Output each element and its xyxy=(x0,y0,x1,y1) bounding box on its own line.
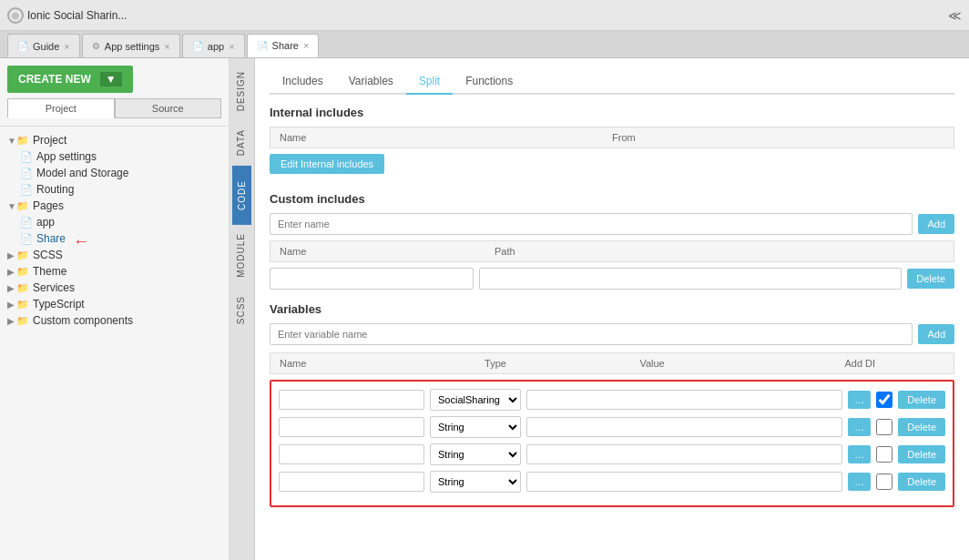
tab-share-close[interactable]: × xyxy=(303,40,309,51)
var-name-input-1[interactable]: socialSharing xyxy=(279,390,424,410)
folder-icon: 📁 xyxy=(16,266,29,278)
file-tree: ▼ 📁 Project 📄 App settings 📄 Model and S… xyxy=(0,127,229,334)
dropdown-arrow-icon: ▼ xyxy=(100,72,122,87)
main-layout: CREATE NEW ▼ Project Source ▼ 📁 Project … xyxy=(0,58,969,560)
var-row-texttoshare: textToShare String SocialSharing Number … xyxy=(279,471,945,493)
tree-item-model-storage[interactable]: 📄 Model and Storage xyxy=(0,165,229,181)
var-ellipsis-button-2[interactable]: … xyxy=(848,418,871,436)
var-row-imagetoshare: imageToShare String SocialSharing Number… xyxy=(279,443,945,465)
tree-item-theme[interactable]: ▶ 📁 Theme xyxy=(0,263,229,280)
var-adddi-checkbox-2[interactable] xyxy=(876,419,892,435)
tree-item-app-page[interactable]: 📄 app xyxy=(0,214,229,230)
var-row-socialsharing: socialSharing SocialSharing String Numbe… xyxy=(279,389,945,411)
module-name-input[interactable]: { SocialSharing } xyxy=(270,268,474,290)
var-adddi-checkbox-1[interactable] xyxy=(876,392,892,408)
inner-tab-includes[interactable]: Includes xyxy=(270,69,336,95)
variable-name-input[interactable] xyxy=(270,323,913,345)
module-delete-button[interactable]: Delete xyxy=(907,269,954,289)
var-name-input-4[interactable]: textToShare xyxy=(279,472,424,492)
var-type-select-2[interactable]: String SocialSharing Number Boolean any xyxy=(430,416,521,438)
tree-item-scss[interactable]: ▶ 📁 SCSS xyxy=(0,247,229,263)
var-ellipsis-button-4[interactable]: … xyxy=(848,473,871,491)
vert-tab-data[interactable]: DATA xyxy=(231,120,253,165)
edit-internal-includes-button[interactable]: Edit Internal includes xyxy=(270,154,384,174)
var-name-input-2[interactable]: urlToShare xyxy=(279,417,424,437)
inner-tab-split[interactable]: Split xyxy=(406,69,453,95)
var-delete-button-3[interactable]: Delete xyxy=(898,445,945,463)
tab-share[interactable]: 📄 Share × xyxy=(247,34,320,57)
var-delete-button-2[interactable]: Delete xyxy=(898,418,945,436)
tree-item-routing[interactable]: 📄 Routing xyxy=(0,181,229,198)
chevron-right-icon: ▶ xyxy=(7,300,16,310)
create-new-button[interactable]: CREATE NEW ▼ xyxy=(7,66,133,93)
var-adddi-checkbox-3[interactable] xyxy=(876,446,892,463)
tree-item-app-settings[interactable]: 📄 App settings xyxy=(0,148,229,165)
tree-item-project[interactable]: ▼ 📁 Project xyxy=(0,132,229,148)
internal-includes-title: Internal includes xyxy=(270,106,954,119)
appsettings-tab-icon: ⚙ xyxy=(92,41,100,51)
tab-app-close[interactable]: × xyxy=(229,41,234,52)
app-title: Ionic Social Sharin... xyxy=(27,9,944,22)
tab-app[interactable]: 📄 app × xyxy=(182,34,245,57)
inner-tabs: Includes Variables Split Functions xyxy=(270,69,954,95)
custom-includes-table-header: Name Path xyxy=(270,240,954,262)
custom-includes-add-row: Add xyxy=(270,213,954,235)
var-delete-button-4[interactable]: Delete xyxy=(898,473,945,491)
var-adddi-checkbox-4[interactable] xyxy=(876,473,892,490)
vert-tab-module[interactable]: MODULE xyxy=(231,224,253,287)
tab-appsettings-close[interactable]: × xyxy=(164,41,169,52)
variables-table: socialSharing SocialSharing String Numbe… xyxy=(270,380,954,507)
folder-icon: 📁 xyxy=(16,249,29,261)
chevron-right-icon: ▶ xyxy=(7,250,16,260)
variables-add-button[interactable]: Add xyxy=(918,324,954,344)
var-ellipsis-button-1[interactable]: … xyxy=(848,391,871,409)
tab-app-settings[interactable]: ⚙ App settings × xyxy=(82,34,180,57)
tree-item-custom-components[interactable]: ▶ 📁 Custom components xyxy=(0,312,229,329)
variables-table-header: Name Type Value Add DI xyxy=(270,352,954,374)
chevron-down-icon: ▼ xyxy=(7,201,16,211)
tabs-bar: 📄 Guide × ⚙ App settings × 📄 app × 📄 Sha… xyxy=(0,31,969,58)
custom-includes-add-button[interactable]: Add xyxy=(918,214,954,234)
sidebar-top: CREATE NEW ▼ Project Source xyxy=(0,58,229,127)
variables-title: Variables xyxy=(270,302,954,316)
var-ellipsis-button-3[interactable]: … xyxy=(848,445,871,463)
collapse-button[interactable]: ≪ xyxy=(948,8,962,23)
var-value-input-4[interactable]: 'Hello Appery! (optional messa xyxy=(526,472,842,492)
page-icon: 📄 xyxy=(20,217,33,229)
page-icon: 📄 xyxy=(20,233,33,245)
source-tab-button[interactable]: Source xyxy=(115,98,222,118)
variables-add-row: Add xyxy=(270,323,954,345)
var-type-select-1[interactable]: SocialSharing String Number Boolean any xyxy=(430,389,521,411)
tree-item-share-page[interactable]: 📄 Share ← xyxy=(0,230,229,247)
tree-item-typescript[interactable]: ▶ 📁 TypeScript xyxy=(0,296,229,312)
folder-icon: 📁 xyxy=(16,200,29,212)
chevron-right-icon: ▶ xyxy=(7,267,16,277)
inner-tab-variables[interactable]: Variables xyxy=(336,69,406,95)
tree-item-pages[interactable]: ▼ 📁 Pages xyxy=(0,198,229,214)
inner-tab-functions[interactable]: Functions xyxy=(453,69,525,95)
internal-includes-header: Name From xyxy=(270,127,954,148)
var-delete-button-1[interactable]: Delete xyxy=(898,391,945,409)
tab-guide[interactable]: 📄 Guide × xyxy=(7,34,80,57)
file-icon: 📄 xyxy=(20,168,33,179)
vert-tab-design[interactable]: DESIGN xyxy=(231,62,253,120)
tree-item-services[interactable]: ▶ 📁 Services xyxy=(0,280,229,296)
var-type-select-3[interactable]: String SocialSharing Number Boolean any xyxy=(430,443,521,465)
top-bar: ◎ Ionic Social Sharin... ≪ xyxy=(0,0,969,31)
var-name-input-3[interactable]: imageToShare xyxy=(279,444,424,464)
vert-tab-code[interactable]: CODE xyxy=(232,166,251,225)
app-tab-icon: 📄 xyxy=(192,41,203,51)
app-icon: ◎ xyxy=(7,7,24,24)
custom-include-name-input[interactable] xyxy=(270,213,913,235)
sidebar: CREATE NEW ▼ Project Source ▼ 📁 Project … xyxy=(0,58,230,560)
module-path-input[interactable]: @ionic-native/social-sharing/ngx xyxy=(479,268,902,290)
var-value-input-1[interactable] xyxy=(526,390,842,410)
project-tab-button[interactable]: Project xyxy=(7,98,115,118)
var-type-select-4[interactable]: String SocialSharing Number Boolean any xyxy=(430,471,521,493)
folder-icon: 📁 xyxy=(16,315,29,327)
vert-tab-scss[interactable]: SCSS xyxy=(231,287,253,333)
var-value-input-3[interactable]: 'https://appery.io/wp-content/ xyxy=(526,444,842,464)
tab-guide-close[interactable]: × xyxy=(64,41,69,52)
var-value-input-2[interactable]: 'https://appery.io/' xyxy=(526,417,842,437)
file-icon: 📄 xyxy=(20,184,33,196)
